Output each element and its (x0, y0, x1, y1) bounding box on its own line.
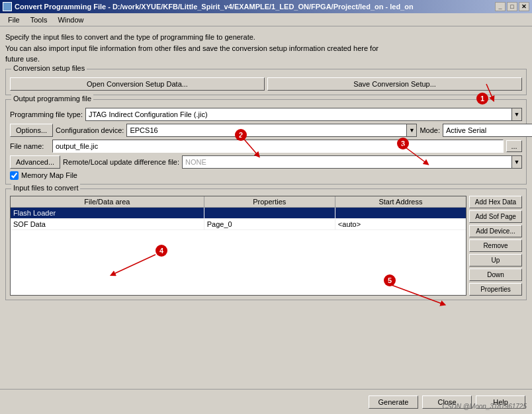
up-button[interactable]: Up (469, 254, 522, 267)
prog-file-type-dropdown[interactable]: ▼ (511, 108, 522, 121)
mode-label: Mode: (420, 126, 440, 134)
table-side-buttons: Add Hex Data Add Sof Page Add Device... … (469, 196, 522, 296)
add-device-button[interactable]: Add Device... (469, 225, 522, 237)
memory-map-label: Memory Map File (21, 171, 77, 179)
output-programming-title: Output programming file (11, 95, 93, 103)
generate-button[interactable]: Generate (369, 395, 418, 409)
config-device-label: Configuration device: (56, 126, 124, 134)
remote-input[interactable] (182, 155, 511, 169)
remote-label: Remote/Local update difference file: (63, 158, 179, 166)
file-name-label: File name: (10, 142, 50, 150)
window-title: Convert Programming File - D:/work/XYUE/… (15, 3, 414, 11)
title-bar: Convert Programming File - D:/work/XYUE/… (0, 0, 532, 13)
table-row[interactable]: SOF Data Page_0 <auto> (11, 219, 466, 230)
table-body: Flash Loader SOF Data Page_0 <auto> (11, 208, 466, 230)
add-sof-page-button[interactable]: Add Sof Page (469, 210, 522, 223)
remove-button[interactable]: Remove (469, 239, 522, 252)
table-header: File/Data area Properties Start Address (11, 196, 466, 208)
prog-file-type-label: Programming file type: (10, 110, 83, 118)
row-0-properties (204, 208, 335, 218)
memory-map-checkbox[interactable] (10, 171, 19, 180)
mode-input[interactable] (443, 124, 532, 137)
desc-line2: You can also import input file informati… (5, 43, 527, 54)
description: Specify the input files to convert and t… (5, 32, 527, 65)
down-button[interactable]: Down (469, 269, 522, 281)
window-controls: _ □ ✕ (495, 2, 529, 11)
open-conversion-button[interactable]: Open Conversion Setup Data... (10, 77, 265, 91)
file-name-input[interactable] (52, 140, 504, 153)
col-header-properties: Properties (204, 196, 335, 207)
row-1-address: <auto> (335, 219, 466, 229)
menu-window[interactable]: Window (52, 15, 89, 25)
table-row[interactable]: Flash Loader (11, 208, 466, 219)
add-hex-data-button[interactable]: Add Hex Data (469, 196, 522, 208)
input-files-group: Input files to convert File/Data area Pr… (5, 188, 527, 300)
browse-button[interactable]: ... (506, 140, 522, 152)
menu-bar: File Tools Window (0, 13, 532, 26)
row-1-file: SOF Data (11, 219, 204, 229)
remote-dropdown[interactable]: ▼ (511, 155, 522, 169)
col-header-file: File/Data area (11, 196, 204, 207)
desc-line1: Specify the input files to convert and t… (5, 32, 527, 43)
col-header-address: Start Address (335, 196, 466, 207)
close-button[interactable]: ✕ (519, 2, 529, 11)
minimize-button[interactable]: _ (495, 2, 506, 11)
desc-line3: future use. (5, 54, 527, 65)
options-button[interactable]: Options... (10, 124, 53, 137)
input-files-table: File/Data area Properties Start Address … (10, 196, 466, 296)
app-icon (3, 2, 12, 11)
output-programming-group: Output programming file Programming file… (5, 99, 527, 185)
input-files-title: Input files to convert (11, 184, 80, 192)
conversion-setup-group: Conversion setup files Open Conversion S… (5, 69, 527, 95)
row-0-file: Flash Loader (11, 208, 204, 218)
properties-button[interactable]: Properties (469, 283, 522, 296)
config-device-input[interactable] (126, 124, 406, 137)
menu-file[interactable]: File (3, 15, 25, 25)
main-window: Specify the input files to convert and t… (0, 26, 532, 414)
prog-file-type-input[interactable] (85, 108, 511, 121)
maximize-button[interactable]: □ (507, 2, 517, 11)
save-conversion-button[interactable]: Save Conversion Setup... (267, 77, 522, 91)
row-0-address (335, 208, 466, 218)
conversion-setup-title: Conversion setup files (11, 64, 87, 72)
config-device-dropdown[interactable]: ▼ (406, 124, 417, 137)
advanced-button[interactable]: Advanced... (10, 155, 60, 169)
watermark: CSDN @Moon_3181961725 (443, 403, 527, 410)
bottom-bar: Generate Close Help (0, 389, 532, 414)
menu-tools[interactable]: Tools (25, 15, 53, 25)
row-1-properties: Page_0 (204, 219, 335, 229)
